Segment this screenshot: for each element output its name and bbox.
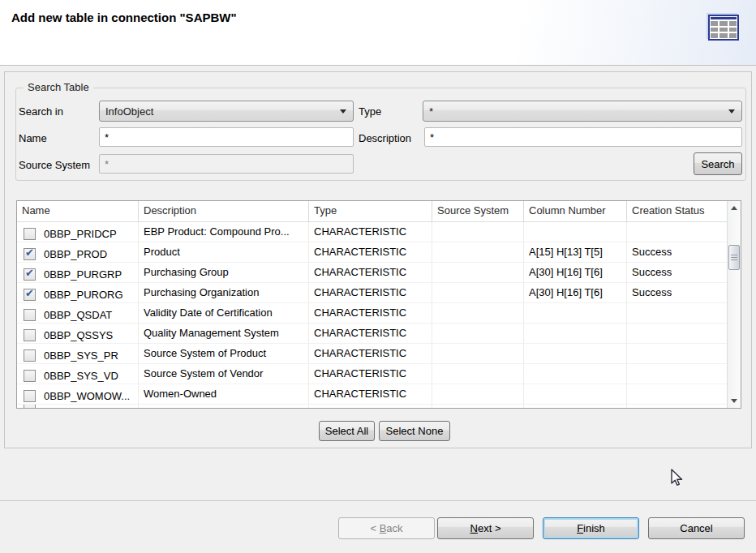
cell-description: Source System of Vendor [139,364,309,384]
finish-button[interactable]: Finish [543,517,639,539]
table-row-partial [17,405,727,408]
description-label: Description [359,132,411,144]
cell-description: Quality Management System [139,324,309,343]
type-dropdown[interactable]: * [423,101,742,122]
cell-source-system [432,324,524,343]
cell-source-system [432,242,524,262]
row-checkbox[interactable] [24,349,36,362]
column-header-description[interactable]: Description [139,201,309,221]
cell-creation-status [627,222,727,242]
table-icon [708,15,739,41]
cell-description: EBP Product: Compound Pro... [139,222,309,242]
cell-name: 0BBP_PRIDCP [17,222,139,242]
row-checkbox[interactable] [24,390,36,402]
results-table: Name Description Type Source System Colu… [16,200,741,409]
cancel-button[interactable]: Cancel [648,517,745,539]
vertical-scrollbar[interactable] [727,201,741,408]
search-button[interactable]: Search [694,152,742,175]
cell-source-system [432,222,524,242]
description-input[interactable] [424,127,742,147]
source-system-label: Source System [19,159,90,171]
cell-creation-status [627,303,727,323]
search-table-group-label: Search Table [24,81,93,93]
cell-creation-status: Success [627,283,727,302]
table-row[interactable]: 0BBP_PROD Product CHARACTERISTIC A[15] H… [17,242,727,263]
cell-column-number [524,384,627,404]
cell-type: CHARACTERISTIC [309,324,432,343]
column-header-name[interactable]: Name [17,201,139,221]
cell-creation-status: Success [627,242,727,262]
cell-name: 0BBP_PURORG [17,283,139,302]
table-row[interactable]: 0BBP_PRIDCP EBP Product: Compound Pro...… [17,222,727,242]
cell-source-system [432,303,524,323]
cell-type: CHARACTERISTIC [309,263,432,282]
results-table-viewport: Name Description Type Source System Colu… [17,201,727,408]
scrollbar-down-icon[interactable] [728,394,741,408]
table-icon-grid [710,19,737,39]
cell-column-number [524,324,627,343]
scrollbar-thumb[interactable] [728,245,740,270]
search-in-label: Search in [19,105,63,118]
cell-source-system [432,263,524,282]
column-header-source-system[interactable]: Source System [432,201,524,221]
row-checkbox[interactable] [24,228,36,240]
search-in-selected-value: InfoObject [105,105,335,118]
cell-type: CHARACTERISTIC [309,283,432,302]
cell-source-system [432,283,524,302]
row-checkbox[interactable] [24,268,36,281]
table-header-row: Name Description Type Source System Colu… [17,201,727,222]
row-checkbox[interactable] [24,329,36,341]
table-row[interactable]: 0BBP_PURORG Purchasing Organization CHAR… [17,283,727,303]
cell-column-number: A[30] H[16] T[6] [524,263,627,282]
cell-name: 0BBP_PURGRP [17,263,139,282]
back-button: < Back [338,517,435,539]
search-in-dropdown[interactable]: InfoObject [99,101,354,122]
cell-creation-status [627,324,727,343]
cell-column-number: A[15] H[13] T[5] [524,242,627,262]
cell-creation-status [627,344,727,363]
table-row[interactable]: 0BBP_SYS_PR Source System of Product CHA… [17,344,727,364]
content-panel: Search Table Search in InfoObject Type *… [4,71,752,448]
cell-name: 0BBP_PROD [17,242,139,262]
name-input[interactable] [99,127,354,147]
column-header-creation-status[interactable]: Creation Status [627,201,727,221]
cell-name: 0BBP_QSSYS [17,324,139,343]
chevron-down-icon [340,109,346,114]
table-row[interactable]: 0BBP_QSSYS Quality Management System CHA… [17,324,727,344]
cell-name: 0BBP_SYS_PR [17,344,139,363]
scrollbar-up-icon[interactable] [728,201,741,215]
cell-column-number [524,344,627,363]
column-header-type[interactable]: Type [309,201,432,221]
next-button[interactable]: Next > [437,517,534,539]
cell-description: Purchasing Group [139,263,309,282]
select-none-button[interactable]: Select None [379,421,450,441]
cell-column-number [524,222,627,242]
select-all-button[interactable]: Select All [319,421,375,441]
cell-description: Product [139,242,309,262]
cell-creation-status [627,364,727,384]
cell-type: CHARACTERISTIC [309,303,432,323]
row-checkbox[interactable] [24,405,36,408]
row-checkbox[interactable] [24,289,36,301]
row-checkbox[interactable] [24,248,36,260]
table-row[interactable]: 0BBP_QSDAT Validity Date of Certificatio… [17,303,727,324]
type-selected-value: * [429,105,724,118]
type-label: Type [359,105,381,118]
column-header-column-number[interactable]: Column Number [524,201,627,221]
table-row[interactable]: 0BBP_PURGRP Purchasing Group CHARACTERIS… [17,263,727,283]
wizard-header: Add new table in connection "SAPBW" [0,0,756,66]
cell-type: CHARACTERISTIC [309,222,432,242]
cell-description: Women-Owned [139,384,309,404]
row-checkbox[interactable] [24,370,36,382]
table-row[interactable]: 0BBP_WOMOW... Women-Owned CHARACTERISTIC [17,384,727,405]
cell-name: 0BBP_SYS_VD [17,364,139,384]
add-table-wizard: Add new table in connection "SAPBW" Sear… [0,0,756,553]
cell-column-number [524,303,627,323]
page-title: Add new table in connection "SAPBW" [11,11,237,24]
row-checkbox[interactable] [24,309,36,321]
mouse-cursor [668,468,686,487]
name-label: Name [19,132,47,144]
cell-type: CHARACTERISTIC [309,384,432,404]
cell-source-system [432,384,524,404]
table-row[interactable]: 0BBP_SYS_VD Source System of Vendor CHAR… [17,364,727,384]
